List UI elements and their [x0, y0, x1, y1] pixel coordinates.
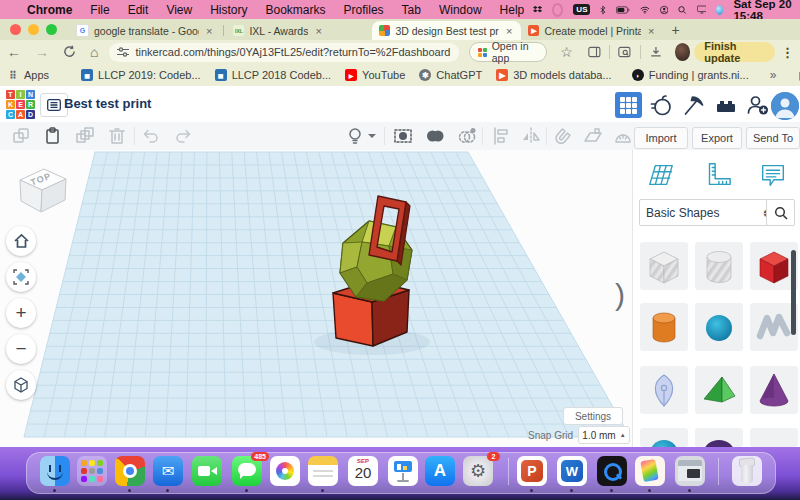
shape-tile-green-roof[interactable]	[695, 366, 743, 414]
shape-tile-transparent-cylinder[interactable]	[695, 242, 743, 290]
redo-icon[interactable]	[172, 125, 194, 147]
control-center-icon[interactable]	[716, 5, 723, 15]
mirror-flip-icon[interactable]	[520, 125, 542, 147]
bookmark-apps[interactable]: ⠿ Apps	[0, 69, 56, 81]
menu-edit[interactable]: Edit	[119, 3, 158, 17]
3d-viewport-canvas[interactable]: TOP + − Settings Snap Grid 1.0 mm ▲ )	[0, 150, 632, 447]
bookmark-llcp-2019[interactable]: ▦ LLCP 2019: Codeb...	[74, 69, 208, 81]
close-tab-icon[interactable]: ×	[313, 25, 323, 37]
snap-grid-dropdown[interactable]: 1.0 mm ▲	[578, 426, 630, 444]
notes-tool-icon[interactable]	[757, 160, 789, 190]
dock-color-box-app-icon[interactable]	[635, 456, 665, 486]
finish-update-button[interactable]: Finish update	[694, 42, 775, 62]
new-tab-button[interactable]: +	[663, 22, 687, 40]
maximize-window-button[interactable]	[46, 24, 57, 35]
shape-tile-transparent-box[interactable]	[640, 242, 688, 290]
menu-app-name[interactable]: Chrome	[18, 3, 81, 17]
side-panel-icon[interactable]	[588, 45, 601, 59]
bookmark-youtube[interactable]: ▶ YouTube	[338, 69, 412, 81]
zoom-in-button[interactable]: +	[6, 298, 36, 328]
bookmark-funding-grants[interactable]: ◗ Funding | grants.ni...	[625, 69, 756, 81]
dock-facetime-icon[interactable]	[192, 456, 222, 486]
search-tabs-icon[interactable]	[618, 45, 631, 59]
dock-keynote-icon[interactable]	[388, 456, 418, 486]
tinkercad-logo[interactable]: T I N K E R C A D	[6, 90, 35, 119]
shape-tile-partial[interactable]	[695, 428, 743, 447]
design-title[interactable]: Best test print	[64, 96, 151, 111]
bookmark-llcp-2018[interactable]: ▦ LLCP 2018 Codeb...	[208, 69, 338, 81]
menu-history[interactable]: History	[201, 3, 256, 17]
menu-file[interactable]: File	[81, 3, 118, 17]
perspective-toggle-button[interactable]	[6, 370, 36, 400]
dock-powerpoint-icon[interactable]: P	[517, 456, 547, 486]
menu-bookmarks[interactable]: Bookmarks	[257, 3, 335, 17]
dock-trash-icon[interactable]	[732, 456, 762, 486]
menu-window[interactable]: Window	[430, 3, 491, 17]
dock-launchpad-icon[interactable]	[77, 456, 107, 486]
settings-button[interactable]: Settings	[563, 407, 623, 425]
shape-category-dropdown[interactable]: Basic Shapes ▲▼	[639, 199, 775, 226]
bookmark-3d-models[interactable]: ▶ 3D models databa...	[489, 69, 618, 81]
back-button[interactable]: ←	[0, 44, 28, 60]
dock-preview-window-icon[interactable]	[675, 456, 705, 486]
keyboard-layout-badge[interactable]: US	[573, 4, 590, 15]
shape-tile-teal-sphere[interactable]	[695, 303, 743, 351]
dock-quicktime-icon[interactable]	[597, 456, 627, 486]
home-view-button[interactable]	[6, 226, 36, 256]
view-3d-grid-button[interactable]	[615, 92, 642, 118]
url-omnibox[interactable]: tinkercad.com/things/0YAj13FtL25/edit?re…	[109, 43, 458, 62]
chrome-menu-icon[interactable]: ⋮	[775, 45, 800, 60]
close-tab-icon[interactable]: ×	[204, 25, 214, 37]
home-button[interactable]: ⌂	[83, 44, 105, 60]
bookmark-chatgpt[interactable]: ✱ ChatGPT	[412, 69, 489, 81]
fit-view-button[interactable]	[6, 262, 36, 292]
panel-scrollbar[interactable]	[791, 250, 796, 335]
forward-button[interactable]: →	[28, 44, 56, 60]
chevron-down-icon[interactable]	[366, 125, 378, 147]
bookmarks-overflow-chevron[interactable]: »	[762, 68, 785, 82]
dock-appstore-icon[interactable]: A	[425, 456, 455, 486]
undo-icon[interactable]	[140, 125, 162, 147]
user-circle-icon[interactable]	[660, 4, 668, 16]
dock-mail-icon[interactable]: ✉	[153, 456, 183, 486]
site-settings-icon[interactable]	[117, 46, 129, 58]
delete-trash-icon[interactable]	[106, 125, 128, 147]
bookmark-star-icon[interactable]: ☆	[553, 44, 580, 60]
tab-ixl-awards[interactable]: IXL IXL - Awards ×	[226, 21, 372, 40]
workplane-tool-icon[interactable]	[645, 160, 677, 190]
shape-tile-partial[interactable]	[750, 428, 798, 447]
dock-notes-icon[interactable]	[308, 456, 338, 486]
tab-tinkercad-active[interactable]: 3D design Best test print - Ti ×	[372, 21, 521, 40]
menu-help[interactable]: Help	[491, 3, 534, 17]
dock-finder-icon[interactable]	[40, 456, 70, 486]
send-to-button[interactable]: Send To	[746, 127, 800, 149]
display-mirroring-icon[interactable]	[697, 4, 707, 15]
export-button[interactable]: Export	[692, 127, 742, 149]
dock-chrome-icon[interactable]	[115, 456, 145, 486]
reload-button[interactable]	[56, 43, 83, 61]
zoom-to-selection-icon[interactable]	[392, 125, 414, 147]
dropbox-icon[interactable]	[533, 4, 542, 16]
workplane-icon[interactable]	[582, 125, 604, 147]
snap-magnet-icon[interactable]	[552, 125, 574, 147]
tab-google-translate[interactable]: G google translate - Google Se ×	[69, 21, 221, 40]
battery-icon[interactable]	[616, 5, 630, 15]
dock-calendar-icon[interactable]: SEP 20	[348, 456, 378, 486]
shape-search-button[interactable]	[766, 199, 795, 226]
collaborate-person-add-icon[interactable]	[744, 92, 771, 118]
copy-icon[interactable]	[10, 125, 32, 147]
duplicate-icon[interactable]	[74, 125, 96, 147]
zoom-out-button[interactable]: −	[6, 334, 36, 364]
shape-tile-orange-cylinder[interactable]	[640, 303, 688, 351]
minimize-window-button[interactable]	[28, 24, 39, 35]
user-avatar[interactable]	[771, 92, 799, 120]
tab-printables[interactable]: ▶ Create model | Printables.co ×	[521, 21, 663, 40]
ungroup-icon[interactable]	[456, 125, 478, 147]
ruler-protractor-icon[interactable]	[612, 125, 634, 147]
close-tab-icon[interactable]: ×	[646, 25, 656, 37]
open-in-app-chip[interactable]: Open in app	[469, 42, 548, 62]
import-button[interactable]: Import	[634, 127, 688, 149]
wifi-icon[interactable]	[640, 5, 650, 15]
download-icon[interactable]	[650, 45, 662, 59]
status-circle-icon[interactable]	[552, 3, 563, 17]
